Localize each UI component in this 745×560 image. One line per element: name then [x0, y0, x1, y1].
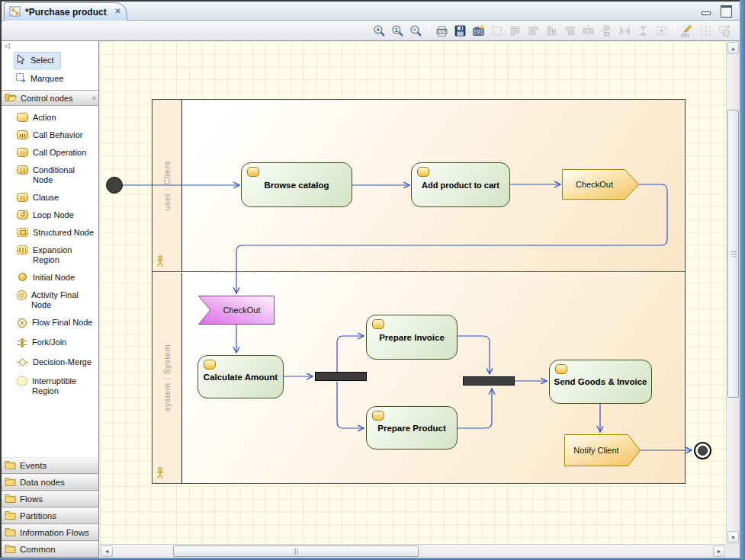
send-signal-checkout[interactable]: CheckOut	[562, 169, 639, 200]
palette-item-label: Call Operation	[33, 148, 86, 158]
palette-item-activity-final-node[interactable]: Activity Final Node	[2, 286, 98, 314]
activity-final-node-icon	[17, 290, 27, 300]
action-badge-icon	[417, 167, 429, 177]
vertical-scrollbar-thumb[interactable]	[727, 110, 739, 398]
palette-item-label: Interruptible Region	[32, 376, 81, 396]
palette-item-loop-node[interactable]: Loop Node	[2, 206, 98, 224]
closed-folder-icon	[5, 510, 16, 521]
add-snapshot-icon[interactable]	[470, 22, 486, 39]
drawer-label: Common	[20, 545, 56, 554]
drawer-label: Events	[20, 461, 47, 470]
signal-label: Notify Client	[564, 434, 641, 466]
tab-close-icon[interactable]: ✕	[114, 7, 120, 15]
palette-item-conditional-node[interactable]: Conditional Node	[2, 162, 98, 189]
editor-tab-purchase-product[interactable]: *Purchase product ✕	[4, 2, 127, 21]
palette-tool-label: Select	[31, 56, 54, 66]
match-width-icon	[617, 22, 633, 39]
palette-item-label: Activity Final Node	[31, 290, 80, 310]
zoom-out-icon[interactable]	[408, 22, 424, 39]
join-bar[interactable]	[463, 376, 515, 386]
action-icon	[17, 113, 28, 122]
palette-drawer-events[interactable]: Events	[2, 457, 98, 474]
palette-item-call-behavior[interactable]: Call Behavior	[2, 126, 98, 144]
palette-item-label: Conditional Node	[33, 165, 82, 185]
action-add-product-to-cart[interactable]: Add product to cart	[411, 162, 510, 207]
vertical-scrollbar[interactable]: ▲ ▼	[726, 41, 740, 544]
palette-item-action[interactable]: Action	[2, 109, 98, 126]
closed-folder-icon	[5, 460, 16, 471]
palette-item-decision-merge[interactable]: Decision-Merge	[2, 354, 98, 373]
palette-item-structured-node[interactable]: Structured Node	[2, 224, 98, 242]
send-signal-notify-client[interactable]: Notify Client	[564, 434, 641, 466]
zoom-original-icon[interactable]: 1	[390, 22, 406, 39]
action-prepare-product[interactable]: Prepare Product	[366, 406, 458, 450]
lane-header-client[interactable]: user : Client	[153, 100, 182, 271]
diagram-canvas[interactable]: user : Client system : System	[100, 41, 726, 544]
activity-final-node[interactable]	[694, 442, 711, 459]
drawer-pin-icon[interactable]: «	[92, 94, 95, 102]
palette-collapse-icon[interactable]: ◁	[5, 41, 10, 51]
lane-header-system[interactable]: system : System	[153, 273, 182, 483]
palette-item-label: Loop Node	[33, 210, 74, 220]
action-calculate-amount[interactable]: Calculate Amount	[197, 355, 284, 398]
palette-item-label: Decision-Merge	[33, 357, 92, 367]
palette-drawer-partitions[interactable]: Partitions	[2, 507, 98, 524]
palette-drawer-common[interactable]: Common	[2, 541, 98, 558]
palette-item-call-operation[interactable]: Call Operation	[2, 144, 98, 162]
fork-bar[interactable]	[315, 372, 367, 381]
palette-drawer-control-nodes[interactable]: Control nodes «	[2, 90, 98, 106]
minimize-button[interactable]	[700, 5, 712, 15]
palette-item-label: Action	[33, 113, 56, 123]
zoom-in-icon[interactable]	[371, 22, 387, 39]
select-shape-icon	[489, 22, 505, 39]
conditional-node-icon	[17, 165, 28, 174]
palette-drawer-data-nodes[interactable]: Data nodes	[2, 474, 98, 491]
call-behavior-icon	[17, 130, 28, 139]
window-border	[0, 0, 2, 558]
palette-item-interruptible-region[interactable]: Interruptible Region	[2, 373, 98, 400]
palette-tool-marquee[interactable]: Marquee	[2, 69, 98, 88]
scroll-left-icon[interactable]: ◄	[101, 546, 113, 557]
palette-item-clause[interactable]: Clause	[2, 189, 98, 206]
scroll-down-icon[interactable]: ▼	[727, 531, 739, 543]
signal-label: CheckOut	[562, 169, 639, 200]
toolbar-separator	[674, 24, 675, 37]
lane-label: user : Client	[162, 161, 172, 210]
open-folder-icon	[5, 92, 17, 104]
drawer-label: Partitions	[20, 511, 56, 520]
palette-item-label: Initial Node	[33, 273, 75, 283]
palette-tool-label: Marquee	[31, 74, 63, 84]
initial-node[interactable]	[106, 177, 123, 194]
cursor-icon	[16, 54, 26, 67]
closed-folder-icon	[5, 477, 16, 488]
call-operation-icon	[17, 148, 28, 157]
action-browse-catalog[interactable]: Browse catalog	[241, 162, 352, 207]
toolbar-separator	[429, 24, 429, 37]
grid-icon	[698, 22, 714, 39]
action-label: Browse catalog	[265, 181, 329, 190]
print-icon[interactable]	[434, 22, 450, 39]
palette-item-initial-node[interactable]: Initial Node	[2, 269, 98, 286]
palette-drawer-information-flows[interactable]: Information Flows	[2, 524, 98, 541]
palette-header: ◁	[2, 41, 98, 51]
action-label: Prepare Product	[377, 424, 445, 433]
appearance-icon[interactable]	[679, 22, 695, 39]
horizontal-scrollbar[interactable]: ◄ ►	[100, 544, 726, 558]
accept-event-checkout[interactable]: CheckOut	[198, 296, 275, 325]
action-label: Send Goods & Invoice	[554, 377, 647, 386]
maximize-button[interactable]	[720, 5, 732, 15]
action-send-goods-invoice[interactable]: Send Goods & Invoice	[549, 360, 652, 404]
scroll-up-icon[interactable]: ▲	[727, 42, 739, 54]
palette-item-flow-final-node[interactable]: Flow Final Node	[2, 314, 98, 334]
scroll-right-icon[interactable]: ►	[713, 546, 725, 557]
save-icon[interactable]	[452, 22, 468, 39]
palette-tool-select[interactable]: Select	[2, 51, 98, 69]
palette-item-fork-join[interactable]: Fork/Join	[2, 334, 98, 354]
palette-drawer-flows[interactable]: Flows	[2, 491, 98, 507]
horizontal-scrollbar-thumb[interactable]	[173, 546, 419, 557]
window-border	[0, 0, 745, 2]
window-buttons	[700, 5, 732, 15]
palette-item-expansion-region[interactable]: Expansion Region	[2, 242, 98, 269]
action-prepare-invoice[interactable]: Prepare Invoice	[366, 315, 458, 360]
snap-to-shapes-icon	[716, 22, 732, 39]
